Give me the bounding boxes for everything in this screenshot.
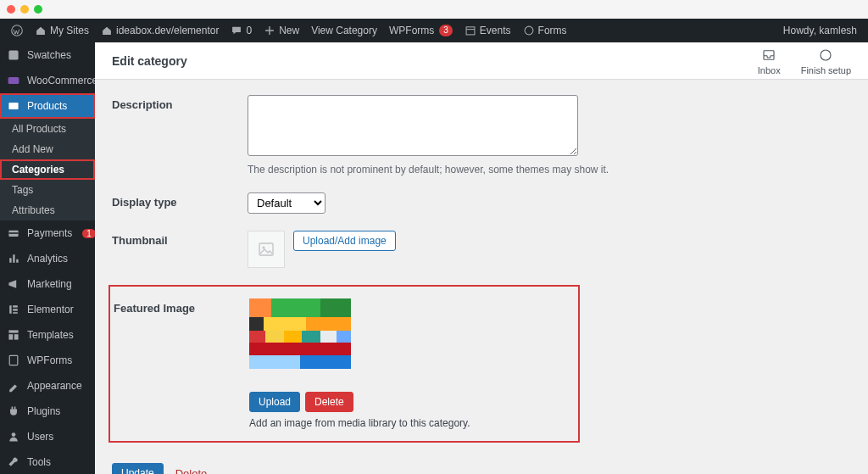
sub-all-products[interactable]: All Products bbox=[0, 119, 95, 139]
mac-min-dot[interactable] bbox=[20, 5, 29, 14]
sidebar-item-swatches[interactable]: Swatches bbox=[0, 42, 95, 68]
edit-category-form: Description The description is not promi… bbox=[95, 80, 868, 474]
svg-rect-11 bbox=[13, 312, 18, 314]
comments-count: 0 bbox=[246, 25, 252, 36]
inbox-action[interactable]: Inbox bbox=[758, 47, 781, 75]
svg-rect-14 bbox=[14, 334, 19, 339]
events-bar[interactable]: Events bbox=[459, 19, 517, 42]
sub-categories[interactable]: Categories bbox=[0, 159, 95, 180]
mac-close-dot[interactable] bbox=[7, 5, 15, 14]
comments[interactable]: 0 bbox=[225, 19, 258, 42]
featured-upload-button[interactable]: Upload bbox=[249, 392, 300, 412]
row-featured-image: Featured Image Upload Delete Add an imag… bbox=[112, 276, 851, 451]
sub-attributes[interactable]: Attributes bbox=[0, 200, 95, 220]
site-name[interactable]: ideabox.dev/elementor bbox=[95, 19, 225, 42]
wp-logo[interactable] bbox=[5, 19, 29, 42]
svg-rect-13 bbox=[8, 334, 13, 339]
home-icon bbox=[35, 25, 47, 36]
sidebar-label: Marketing bbox=[27, 278, 72, 290]
wpforms-badge: 3 bbox=[439, 25, 453, 36]
sub-add-new[interactable]: Add New bbox=[0, 139, 95, 159]
image-icon bbox=[258, 241, 275, 258]
forms-icon bbox=[523, 25, 535, 36]
inbox-icon bbox=[760, 47, 777, 64]
sidebar-label: WooCommerce bbox=[27, 75, 95, 86]
thumbnail-label: Thumbnail bbox=[112, 231, 248, 247]
svg-rect-3 bbox=[8, 50, 18, 59]
sidebar-item-plugins[interactable]: Plugins bbox=[0, 399, 95, 424]
featured-image-label: Featured Image bbox=[114, 298, 249, 429]
svg-rect-4 bbox=[8, 77, 19, 84]
sidebar-item-marketing[interactable]: Marketing bbox=[0, 271, 95, 297]
svg-rect-27 bbox=[259, 243, 273, 255]
svg-rect-1 bbox=[466, 27, 475, 35]
new-label: New bbox=[279, 25, 299, 36]
thumbnail-upload-button[interactable]: Upload/Add image bbox=[293, 231, 396, 251]
sidebar-item-appearance[interactable]: Appearance bbox=[0, 373, 95, 399]
sidebar-item-elementor[interactable]: Elementor bbox=[0, 297, 95, 322]
featured-delete-button[interactable]: Delete bbox=[305, 392, 353, 412]
finish-setup-action[interactable]: Finish setup bbox=[801, 47, 851, 75]
row-description: Description The description is not promi… bbox=[112, 86, 851, 184]
payments-icon bbox=[7, 226, 20, 240]
inbox-label: Inbox bbox=[758, 65, 781, 75]
new-content[interactable]: New bbox=[258, 19, 305, 42]
description-help: The description is not prominent by defa… bbox=[248, 164, 851, 176]
wpforms-bar-label: WPForms bbox=[389, 25, 434, 36]
products-submenu: All Products Add New Categories Tags Att… bbox=[0, 119, 95, 220]
users-icon bbox=[7, 430, 20, 443]
page-title: Edit category bbox=[112, 54, 187, 68]
my-sites-label: My Sites bbox=[50, 25, 89, 36]
comment-icon bbox=[231, 25, 242, 36]
svg-point-28 bbox=[263, 247, 265, 249]
products-icon bbox=[7, 99, 20, 113]
sidebar-item-wpforms[interactable]: WPForms bbox=[0, 348, 95, 373]
sidebar-label: Appearance bbox=[27, 380, 82, 392]
sidebar-item-analytics[interactable]: Analytics bbox=[0, 246, 95, 271]
description-textarea[interactable] bbox=[248, 95, 578, 156]
sub-tags[interactable]: Tags bbox=[0, 180, 95, 200]
appearance-icon bbox=[7, 379, 20, 393]
display-type-select[interactable]: Default bbox=[248, 192, 326, 214]
svg-rect-15 bbox=[9, 355, 18, 365]
svg-rect-12 bbox=[8, 330, 18, 332]
svg-point-2 bbox=[525, 26, 533, 35]
featured-image-preview bbox=[249, 298, 351, 383]
tools-icon bbox=[7, 455, 20, 469]
marketing-icon bbox=[7, 277, 20, 291]
submit-row: Update Delete bbox=[112, 463, 851, 474]
wpforms-bar[interactable]: WPForms 3 bbox=[383, 19, 459, 42]
thumbnail-placeholder bbox=[248, 231, 285, 268]
sidebar-label: Plugins bbox=[27, 405, 60, 417]
forms-bar[interactable]: Forms bbox=[517, 19, 573, 42]
description-label: Description bbox=[112, 95, 248, 111]
svg-point-16 bbox=[12, 432, 16, 437]
mac-titlebar bbox=[0, 0, 868, 19]
sidebar-item-tools[interactable]: Tools bbox=[0, 449, 95, 474]
sidebar-item-products[interactable]: Products bbox=[0, 93, 95, 119]
sidebar-label: Templates bbox=[27, 329, 74, 341]
templates-icon bbox=[7, 328, 20, 342]
sidebar-item-woocommerce[interactable]: WooCommerce bbox=[0, 68, 95, 93]
sidebar-item-users[interactable]: Users bbox=[0, 424, 95, 449]
featured-help: Add an image from media library to this … bbox=[249, 417, 578, 429]
sidebar-label: Analytics bbox=[27, 253, 68, 265]
view-category[interactable]: View Category bbox=[305, 19, 383, 42]
my-sites[interactable]: My Sites bbox=[29, 19, 95, 42]
svg-rect-8 bbox=[9, 305, 11, 314]
howdy-user[interactable]: Howdy, kamlesh bbox=[777, 19, 863, 42]
swatches-icon bbox=[7, 48, 20, 62]
sidebar-label: Users bbox=[27, 431, 53, 443]
events-label: Events bbox=[480, 25, 511, 36]
sidebar-item-templates[interactable]: Templates bbox=[0, 322, 95, 348]
woocommerce-icon bbox=[7, 74, 20, 87]
svg-rect-9 bbox=[13, 305, 18, 307]
mac-max-dot[interactable] bbox=[34, 5, 42, 14]
sidebar-item-payments[interactable]: Payments 1 bbox=[0, 220, 95, 246]
howdy-label: Howdy, kamlesh bbox=[783, 25, 857, 36]
update-button[interactable]: Update bbox=[112, 463, 164, 474]
row-thumbnail: Thumbnail Upload/Add image bbox=[112, 222, 851, 276]
main-content: Edit category Inbox Finish setup Descrip… bbox=[95, 42, 868, 474]
delete-link[interactable]: Delete bbox=[175, 467, 208, 475]
calendar-icon bbox=[465, 25, 476, 36]
